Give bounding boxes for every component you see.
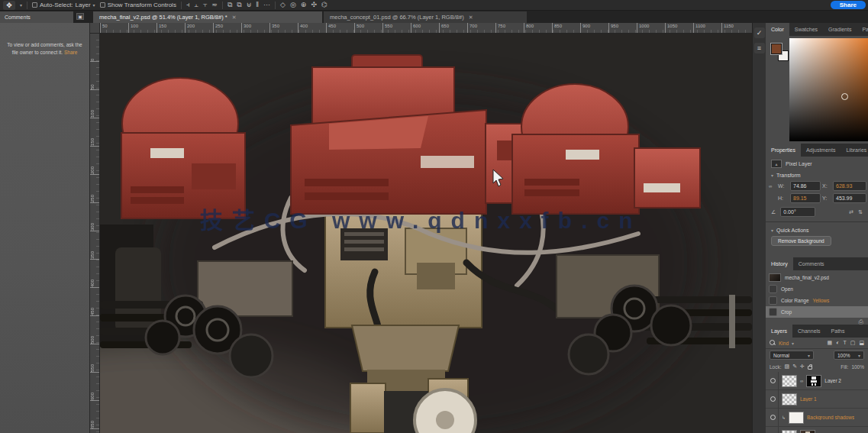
tab-gradients[interactable]: Gradients <box>823 23 857 36</box>
height-field[interactable]: 89.15 <box>790 193 821 203</box>
layer-row[interactable]: ↳ Background shadows <box>766 409 868 427</box>
filter-kind-value[interactable]: Kind <box>779 341 789 346</box>
flip-horizontal-icon[interactable]: ⇄ <box>849 209 853 215</box>
collapse-caret-icon[interactable]: ▾ <box>771 228 773 233</box>
align-right-icon[interactable]: ⫟ <box>203 2 207 8</box>
more-options-icon[interactable]: ··· <box>263 2 270 8</box>
fill-layer-thumbnail[interactable] <box>789 412 804 424</box>
distribute-icon[interactable]: ≂ <box>211 2 218 8</box>
tab-swatches[interactable]: Swatches <box>789 23 823 36</box>
lock-transparency-icon[interactable]: ▨ <box>785 364 790 370</box>
auto-select-checkbox[interactable] <box>32 2 37 8</box>
collapse-caret-icon[interactable]: ▾ <box>771 173 773 178</box>
tab-paths[interactable]: Paths <box>826 325 850 338</box>
layer-comps-icon[interactable]: ≡ <box>754 43 765 53</box>
layer-row[interactable]: Mecha body <box>766 427 868 433</box>
fill-value[interactable]: 100% <box>851 364 864 370</box>
3d-orbit-icon[interactable]: ◇ <box>280 2 286 8</box>
distribute-vertical-icon[interactable]: ⧉ <box>227 2 232 8</box>
width-field[interactable]: 74.86 <box>790 181 821 191</box>
tab-properties[interactable]: Properties <box>766 144 801 157</box>
left-panel-tab[interactable]: Comments <box>0 11 73 23</box>
auto-select-group[interactable]: Auto-Select: Layer ▾ <box>32 2 95 8</box>
filter-type-icon[interactable]: T <box>843 340 846 346</box>
mask-thumbnail[interactable] <box>806 375 821 387</box>
tab-color[interactable]: Color <box>766 23 789 36</box>
document-canvas[interactable]: 技艺CG www.qdnxxfb.cn <box>100 34 752 433</box>
align-center-icon[interactable]: ⫠ <box>194 2 198 8</box>
show-transform-checkbox[interactable] <box>100 2 105 8</box>
tab-layers[interactable]: Layers <box>766 325 792 338</box>
image-thumbnail[interactable] <box>800 430 815 433</box>
panel-message-link[interactable]: Share <box>64 50 77 55</box>
show-transform-group[interactable]: Show Transform Controls <box>100 2 176 8</box>
lock-pixels-icon[interactable]: ✎ <box>792 364 797 370</box>
document-tab-active[interactable]: mecha_final_v2.psd @ 51.4% (Layer 1, RGB… <box>93 11 322 23</box>
ruler-tick-label: 800 <box>524 23 552 33</box>
layer-row[interactable]: ∞ Layer 2 <box>766 372 868 390</box>
panel-menu-icon[interactable]: ▣ <box>76 13 84 20</box>
horizontal-ruler[interactable]: 5010015020025030035040045050055060065070… <box>100 23 752 34</box>
document-tab-inactive[interactable]: mecha_concept_01.psd @ 66.7% (Layer 1, R… <box>324 11 527 23</box>
align-edges-icon[interactable]: ⊎ <box>247 2 252 8</box>
foreground-color-swatch[interactable] <box>771 44 782 54</box>
history-snapshot-row[interactable]: mecha_final_v2.psd <box>766 272 868 283</box>
tab-libraries[interactable]: Libraries <box>841 144 868 157</box>
layer-thumbnail[interactable] <box>782 375 797 387</box>
tab-patterns[interactable]: Patterns <box>857 23 868 36</box>
tab-adjustments[interactable]: Adjustments <box>801 144 841 157</box>
layer-thumbnail[interactable] <box>782 430 797 433</box>
new-snapshot-icon[interactable]: ⎙ <box>859 318 863 326</box>
3d-move-icon[interactable]: ✣ <box>311 2 317 8</box>
align-left-icon[interactable]: ⫞ <box>186 2 190 8</box>
history-item[interactable]: Open <box>766 283 868 295</box>
color-field[interactable] <box>789 38 868 141</box>
flip-vertical-icon[interactable]: ⇅ <box>858 209 863 215</box>
tool-preset-caret-icon[interactable]: ▾ <box>20 2 22 8</box>
remove-background-button[interactable]: Remove Background <box>771 236 831 246</box>
right-panel-dock: Color Swatches Gradients Patterns Proper… <box>766 23 868 433</box>
share-button[interactable]: Share <box>831 1 866 9</box>
ruler-tick-label: 400 <box>90 260 99 288</box>
x-field[interactable]: 628.93 <box>833 181 866 191</box>
rotation-field[interactable]: 0.00° <box>780 207 815 217</box>
link-dimensions-icon[interactable]: ∞ <box>769 184 776 189</box>
history-item-selected[interactable]: Crop <box>766 306 868 318</box>
filter-shape-icon[interactable]: ▢ <box>850 340 856 346</box>
auto-select-value[interactable]: Layer <box>76 2 91 8</box>
camera-view-icon[interactable]: ⌬ <box>321 2 328 8</box>
lock-position-icon[interactable]: ✛ <box>800 364 805 370</box>
tab-channels[interactable]: Channels <box>792 325 826 338</box>
color-picker-cursor[interactable] <box>841 93 848 100</box>
visibility-eye-icon[interactable] <box>770 415 776 420</box>
vertical-ruler[interactable]: 050100150200250300350400450500550600650 <box>90 34 100 433</box>
lock-all-icon[interactable] <box>808 366 812 370</box>
filter-pixel-icon[interactable]: ▦ <box>828 340 833 346</box>
kind-caret-icon[interactable]: ▾ <box>792 341 794 346</box>
y-field[interactable]: 453.99 <box>833 193 866 203</box>
layer-thumbnail[interactable] <box>782 393 797 406</box>
blend-mode-select[interactable]: Normal ▾ <box>770 351 814 360</box>
auto-select-caret-icon[interactable]: ▾ <box>93 2 95 8</box>
opacity-field[interactable]: 100% ▾ <box>834 351 864 360</box>
move-tool-icon[interactable]: ✥ <box>3 1 15 10</box>
history-panel-tabs: History Comments <box>766 257 868 270</box>
distribute-horizontal-icon[interactable]: ⧉ <box>237 2 241 8</box>
layer-row[interactable]: Layer 1 <box>766 390 868 409</box>
close-tab-icon[interactable]: ✕ <box>232 15 237 21</box>
history-brush-icon[interactable]: ✓ <box>754 27 765 38</box>
tab-comments[interactable]: Comments <box>793 257 830 270</box>
tab-history[interactable]: History <box>766 257 793 270</box>
options-separator <box>275 2 276 9</box>
3d-rotate-icon[interactable]: ⊕ <box>301 2 307 8</box>
ruler-corner[interactable] <box>90 23 100 34</box>
visibility-eye-icon[interactable] <box>770 396 776 402</box>
auto-select-label: Auto-Select: <box>40 2 73 8</box>
close-tab-icon[interactable]: ✕ <box>469 15 473 21</box>
3d-pan-icon[interactable]: ◎ <box>290 2 296 8</box>
history-item[interactable]: Color Range Yellows <box>766 295 868 306</box>
filter-smart-object-icon[interactable]: ⬓ <box>859 340 864 346</box>
visibility-eye-icon[interactable] <box>770 378 776 383</box>
filter-adjustment-icon[interactable]: ◐ <box>836 340 839 346</box>
ruler-tick-label: 700 <box>467 23 495 33</box>
